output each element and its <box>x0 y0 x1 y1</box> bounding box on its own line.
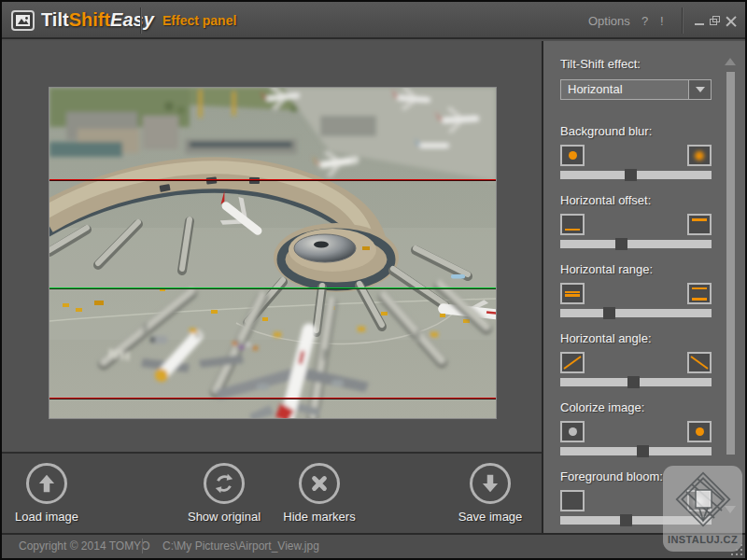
help-icon[interactable]: ? <box>641 14 648 28</box>
foreground-bloom-label: Foreground bloom: <box>560 469 663 483</box>
app-title-tilt: Tilt <box>41 9 69 30</box>
arrow-down-icon <box>470 463 511 504</box>
alert-icon[interactable]: ! <box>660 14 664 28</box>
slider-track[interactable] <box>560 240 712 248</box>
bottom-toolbar: Load image Show original Hide markers <box>2 452 542 533</box>
app-title-easy: Easy <box>110 9 154 30</box>
slider-thumb[interactable] <box>625 169 637 181</box>
arrow-up-icon <box>26 463 67 504</box>
colorize-image-label: Colorize image: <box>560 400 644 414</box>
blurred-dot-icon <box>687 145 712 166</box>
copyright-text: Copyright © 2014 TOMYO <box>19 539 149 553</box>
diagonal-up-icon <box>560 352 585 373</box>
effect-settings-panel: Tilt-Shift effect: Horizontal Background… <box>543 41 745 533</box>
app-title-shift: Shift <box>69 9 110 30</box>
instaluj-watermark: INSTALUJ.CZ <box>663 466 742 552</box>
horizontal-range-slider[interactable] <box>560 307 712 319</box>
titlebar-divider <box>140 7 141 34</box>
save-image-label: Save image <box>432 510 548 524</box>
minimize-icon <box>695 23 704 25</box>
options-menu[interactable]: Options <box>588 2 630 39</box>
effect-dropdown-button[interactable] <box>688 80 711 99</box>
instaluj-logo-icon <box>673 471 733 529</box>
load-image-label: Load image <box>0 510 105 524</box>
diagonal-down-icon <box>687 352 712 373</box>
slider-thumb[interactable] <box>637 445 649 457</box>
x-icon <box>299 463 340 504</box>
orange-dot-icon <box>687 421 712 442</box>
rotunda-dome <box>274 223 399 292</box>
close-button[interactable] <box>723 13 738 28</box>
effect-dropdown[interactable]: Horizontal <box>560 79 712 100</box>
load-image-button[interactable]: Load image <box>0 461 105 532</box>
status-bar: Copyright © 2014 TOMYO C:\My Pictures\Ai… <box>2 533 745 558</box>
help-button[interactable]: ? <box>641 2 648 39</box>
horizontal-offset-label: Horizontal offset: <box>560 193 651 207</box>
titlebar-divider <box>682 7 683 34</box>
app-title: TiltShiftEasy <box>41 9 154 31</box>
image-viewer <box>2 41 542 452</box>
scroll-up-icon[interactable] <box>725 58 736 65</box>
dark-box-icon <box>560 490 585 511</box>
resize-grip-icon[interactable] <box>729 542 742 555</box>
marker-red-bottom[interactable] <box>49 398 496 399</box>
background-blur-label: Background blur: <box>560 124 652 138</box>
options-button[interactable]: Options <box>588 14 630 28</box>
effect-dropdown-value: Horizontal <box>561 80 688 99</box>
file-path-text: C:\My Pictures\Airport_View.jpg <box>162 539 319 553</box>
effect-dropdown-label: Tilt-Shift effect: <box>560 57 641 71</box>
marker-green[interactable] <box>49 287 496 289</box>
hide-markers-label: Hide markers <box>261 510 377 524</box>
horizontal-range-label: Horizontal range: <box>560 262 653 276</box>
colorize-image-slider[interactable] <box>560 445 712 457</box>
sharp-dot-icon <box>560 145 585 166</box>
horizontal-angle-slider[interactable] <box>560 376 712 388</box>
slider-thumb[interactable] <box>615 238 627 250</box>
slider-thumb[interactable] <box>603 307 615 319</box>
restore-button[interactable] <box>707 13 722 28</box>
background-blur-slider[interactable] <box>560 169 712 181</box>
slider-thumb[interactable] <box>620 514 632 526</box>
scrollbar-thumb[interactable] <box>726 72 735 455</box>
line-bottom-icon <box>560 214 585 235</box>
app-window: TiltShiftEasy Effect panel Options ? ! <box>0 0 747 560</box>
photo-icon <box>13 12 33 29</box>
minimize-button[interactable] <box>692 13 707 28</box>
statusbar-divider <box>142 539 143 553</box>
about-button[interactable]: ! <box>660 2 664 39</box>
marker-red-top[interactable] <box>49 179 496 181</box>
chevron-down-icon <box>696 87 705 92</box>
refresh-icon <box>204 463 245 504</box>
tab-effect-panel[interactable]: Effect panel <box>162 13 236 28</box>
line-top-icon <box>687 214 712 235</box>
hide-markers-button[interactable]: Hide markers <box>261 461 377 532</box>
horizontal-offset-slider[interactable] <box>560 238 712 250</box>
close-icon <box>726 16 736 26</box>
title-bar: TiltShiftEasy Effect panel Options ? ! <box>2 2 745 39</box>
slider-thumb[interactable] <box>627 376 640 388</box>
gray-dot-icon <box>560 421 585 442</box>
app-logo-icon <box>11 10 35 31</box>
photo-canvas[interactable] <box>49 87 497 419</box>
horizontal-angle-label: Horizontal angle: <box>560 331 652 345</box>
slider-track[interactable] <box>560 309 712 317</box>
save-image-button[interactable]: Save image <box>432 461 548 532</box>
restore-icon <box>710 16 720 25</box>
airport-photo <box>49 88 496 418</box>
lines-narrow-icon <box>560 283 585 304</box>
slider-track[interactable] <box>560 447 712 455</box>
lines-wide-icon <box>687 283 712 304</box>
